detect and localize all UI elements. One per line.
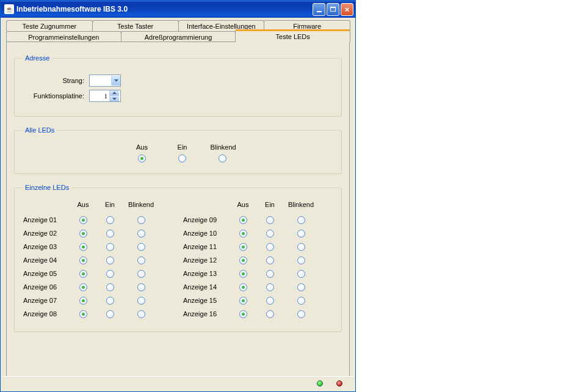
radio-right-1-ein[interactable] bbox=[266, 230, 274, 238]
group-adresse: Adresse Strang: Funktionsplatine: bbox=[14, 54, 342, 117]
radio-left-7-blinkend[interactable] bbox=[137, 310, 145, 318]
radio-right-7-aus[interactable] bbox=[239, 310, 247, 318]
radio-left-3-ein[interactable] bbox=[106, 256, 114, 264]
radio-left-5-ein[interactable] bbox=[106, 283, 114, 291]
led-label: Anzeige 12 bbox=[183, 256, 230, 264]
led-label: Anzeige 03 bbox=[23, 243, 70, 250]
led-row: Anzeige 11 bbox=[183, 240, 319, 253]
led-row: Anzeige 14 bbox=[183, 280, 319, 294]
radio-right-2-blinkend[interactable] bbox=[297, 243, 305, 251]
minimize-button[interactable] bbox=[313, 3, 325, 16]
group-alle-leds: Alle LEDs Aus Ein Blinkend bbox=[14, 126, 342, 174]
radio-right-4-blinkend[interactable] bbox=[297, 270, 305, 278]
radio-left-4-aus[interactable] bbox=[79, 270, 87, 278]
led-row: Anzeige 16 bbox=[183, 307, 319, 321]
radio-left-2-blinkend[interactable] bbox=[137, 243, 145, 251]
radio-left-7-aus[interactable] bbox=[79, 310, 87, 318]
spinner-funktionsplatine[interactable] bbox=[89, 90, 121, 102]
radio-right-7-ein[interactable] bbox=[266, 310, 274, 318]
maximize-button[interactable] bbox=[327, 3, 339, 16]
radio-left-5-aus[interactable] bbox=[79, 283, 87, 291]
radio-left-1-aus[interactable] bbox=[79, 230, 87, 238]
led-row: Anzeige 09 bbox=[183, 213, 319, 227]
radio-left-4-ein[interactable] bbox=[106, 270, 114, 278]
spinner-down-icon[interactable] bbox=[109, 96, 119, 101]
radio-right-5-blinkend[interactable] bbox=[297, 283, 305, 291]
radio-left-7-ein[interactable] bbox=[106, 310, 114, 318]
radio-alle-blinkend[interactable] bbox=[219, 154, 226, 162]
radio-left-1-ein[interactable] bbox=[106, 230, 114, 238]
led-label: Anzeige 01 bbox=[23, 216, 70, 223]
radio-left-0-ein[interactable] bbox=[106, 216, 114, 224]
radio-right-2-ein[interactable] bbox=[266, 243, 274, 251]
spinner-up-icon[interactable] bbox=[109, 90, 119, 96]
legend-einzelne-leds: Einzelne LEDs bbox=[23, 184, 71, 191]
led-row: Anzeige 10 bbox=[183, 227, 319, 240]
radio-right-0-blinkend[interactable] bbox=[297, 216, 305, 224]
radio-left-6-ein[interactable] bbox=[106, 297, 114, 305]
tab-adressprogrammierung[interactable]: Adreßprogrammierung bbox=[121, 31, 236, 42]
led-row: Anzeige 13 bbox=[183, 267, 319, 280]
tab-teste-taster[interactable]: Teste Taster bbox=[92, 20, 179, 31]
radio-left-0-blinkend[interactable] bbox=[137, 216, 145, 224]
tabstrip: Teste Zugnummer Teste Taster Interface-E… bbox=[6, 20, 350, 42]
radio-left-6-blinkend[interactable] bbox=[137, 297, 145, 305]
led-label: Anzeige 09 bbox=[183, 216, 230, 223]
radio-left-3-blinkend[interactable] bbox=[137, 256, 145, 264]
hdr-blinkend: Blinkend bbox=[211, 143, 235, 151]
radio-right-3-ein[interactable] bbox=[266, 256, 274, 264]
radio-right-3-blinkend[interactable] bbox=[297, 256, 305, 264]
label-strang: Strang: bbox=[23, 77, 84, 84]
group-einzelne-leds: Einzelne LEDs AusEinBlinkendAnzeige 01An… bbox=[14, 184, 342, 332]
radio-right-5-aus[interactable] bbox=[239, 283, 247, 291]
close-button[interactable]: × bbox=[341, 3, 353, 16]
radio-left-0-aus[interactable] bbox=[79, 216, 87, 224]
led-label: Anzeige 06 bbox=[23, 283, 70, 291]
radio-right-2-aus[interactable] bbox=[239, 243, 247, 251]
radio-right-0-aus[interactable] bbox=[239, 216, 247, 224]
radio-right-7-blinkend[interactable] bbox=[297, 310, 305, 318]
radio-right-4-ein[interactable] bbox=[266, 270, 274, 278]
combo-strang[interactable] bbox=[89, 74, 121, 87]
led-label: Anzeige 02 bbox=[23, 230, 70, 237]
led-row: Anzeige 05 bbox=[23, 267, 159, 280]
radio-right-1-blinkend[interactable] bbox=[297, 230, 305, 238]
radio-alle-aus[interactable] bbox=[138, 154, 146, 162]
tab-teste-leds[interactable]: Teste LEDs bbox=[235, 29, 350, 42]
status-led-red bbox=[336, 380, 342, 387]
radio-left-1-blinkend[interactable] bbox=[137, 230, 145, 238]
radio-right-1-aus[interactable] bbox=[239, 230, 247, 238]
radio-left-5-blinkend[interactable] bbox=[137, 283, 145, 291]
led-row: Anzeige 12 bbox=[183, 253, 319, 267]
status-led-green bbox=[317, 380, 323, 387]
hdr-aus: Aus bbox=[130, 143, 154, 151]
led-label: Anzeige 11 bbox=[183, 243, 230, 250]
led-row: Anzeige 02 bbox=[23, 227, 159, 240]
statusbar bbox=[2, 376, 353, 390]
led-row: Anzeige 03 bbox=[23, 240, 159, 253]
chevron-down-icon bbox=[111, 76, 120, 85]
radio-left-4-blinkend[interactable] bbox=[137, 270, 145, 278]
funktionsplatine-input[interactable] bbox=[90, 92, 109, 100]
radio-left-3-aus[interactable] bbox=[79, 256, 87, 264]
legend-adresse: Adresse bbox=[23, 54, 51, 62]
radio-right-0-ein[interactable] bbox=[266, 216, 274, 224]
radio-left-2-ein[interactable] bbox=[106, 243, 114, 251]
led-label: Anzeige 13 bbox=[183, 270, 230, 277]
radio-right-4-aus[interactable] bbox=[239, 270, 247, 278]
radio-right-3-aus[interactable] bbox=[239, 256, 247, 264]
radio-right-6-aus[interactable] bbox=[239, 297, 247, 305]
java-icon: ☕ bbox=[4, 4, 14, 14]
radio-alle-ein[interactable] bbox=[178, 154, 186, 162]
radio-right-6-ein[interactable] bbox=[266, 297, 274, 305]
radio-left-2-aus[interactable] bbox=[79, 243, 87, 251]
radio-right-6-blinkend[interactable] bbox=[297, 297, 305, 305]
led-row: Anzeige 06 bbox=[23, 280, 159, 294]
tab-teste-zugnummer[interactable]: Teste Zugnummer bbox=[6, 20, 93, 31]
led-label: Anzeige 07 bbox=[23, 297, 70, 304]
led-label: Anzeige 05 bbox=[23, 270, 70, 277]
led-label: Anzeige 15 bbox=[183, 297, 230, 304]
radio-right-5-ein[interactable] bbox=[266, 283, 274, 291]
radio-left-6-aus[interactable] bbox=[79, 297, 87, 305]
tab-programmeinstellungen[interactable]: Programmeinstellungen bbox=[6, 31, 121, 42]
